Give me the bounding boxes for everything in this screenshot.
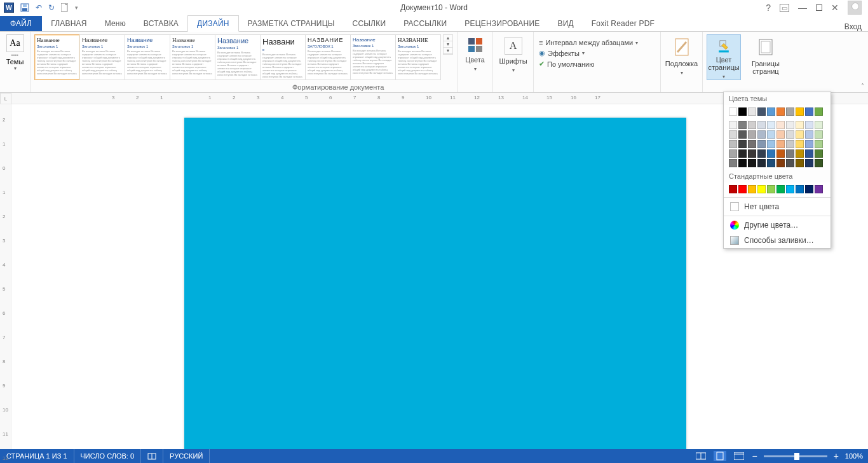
colors-button[interactable]: Цвета ▾ bbox=[461, 34, 489, 80]
color-swatch[interactable] bbox=[786, 121, 794, 129]
paragraph-spacing-button[interactable]: ≡Интервал между абзацами▾ bbox=[538, 38, 656, 47]
color-swatch[interactable] bbox=[796, 130, 804, 139]
tab-selector[interactable]: L bbox=[0, 93, 11, 104]
color-swatch[interactable] bbox=[729, 159, 737, 167]
color-swatch[interactable] bbox=[776, 121, 785, 129]
more-colors-button[interactable]: Другие цвета… bbox=[724, 218, 831, 233]
color-swatch[interactable] bbox=[805, 159, 813, 167]
zoom-out-button[interactable]: − bbox=[752, 451, 757, 461]
tab-design[interactable]: ДИЗАЙН bbox=[187, 15, 239, 32]
color-swatch[interactable] bbox=[815, 140, 823, 148]
maximize-icon[interactable] bbox=[816, 4, 822, 11]
help-icon[interactable]: ? bbox=[766, 3, 771, 13]
gallery-item[interactable]: НазваниеЗаголовок 1Во вкладке вставка Вс… bbox=[125, 34, 170, 80]
color-swatch[interactable] bbox=[786, 107, 794, 116]
color-swatch[interactable] bbox=[815, 121, 823, 129]
status-language[interactable]: РУССКИЙ bbox=[163, 449, 210, 463]
undo-icon[interactable]: ↶ bbox=[36, 3, 42, 12]
tab-references[interactable]: ССЫЛКИ bbox=[344, 16, 395, 31]
color-swatch[interactable] bbox=[729, 130, 737, 139]
color-swatch[interactable] bbox=[748, 149, 756, 158]
status-page[interactable]: СТРАНИЦА 1 ИЗ 1 bbox=[0, 449, 74, 463]
gallery-item[interactable]: НазваниеВо вкладке вставка Вставка содер… bbox=[260, 34, 306, 80]
color-swatch[interactable] bbox=[786, 159, 794, 167]
color-swatch[interactable] bbox=[805, 149, 813, 158]
collapse-ribbon-icon[interactable]: ˄ bbox=[861, 83, 864, 90]
tab-home[interactable]: ГЛАВНАЯ bbox=[42, 16, 95, 31]
color-swatch[interactable] bbox=[815, 185, 823, 193]
color-swatch[interactable] bbox=[757, 149, 766, 158]
fonts-button[interactable]: А Шрифты ▾ bbox=[497, 34, 529, 80]
color-swatch[interactable] bbox=[796, 107, 804, 116]
set-default-button[interactable]: ✔По умолчанию bbox=[538, 59, 656, 69]
color-swatch[interactable] bbox=[805, 130, 813, 139]
color-swatch[interactable] bbox=[776, 185, 785, 193]
effects-button[interactable]: ◉Эффекты▾ bbox=[538, 48, 656, 58]
gallery-item[interactable]: НазваниеЗаголовок 1Во вкладке вставка Вс… bbox=[215, 34, 261, 80]
qat-customize-icon[interactable]: ▾ bbox=[75, 4, 78, 11]
color-swatch[interactable] bbox=[748, 130, 756, 139]
tab-layout[interactable]: РАЗМЕТКА СТРАНИЦЫ bbox=[239, 16, 344, 31]
page-color-button[interactable]: Цвет страницы ▾ bbox=[707, 34, 741, 80]
save-icon[interactable] bbox=[20, 3, 29, 12]
color-swatch[interactable] bbox=[738, 185, 747, 193]
color-swatch[interactable] bbox=[786, 185, 794, 193]
color-swatch[interactable] bbox=[805, 140, 813, 148]
color-swatch[interactable] bbox=[738, 159, 747, 167]
color-swatch[interactable] bbox=[796, 140, 804, 148]
gallery-item[interactable]: НазваниеЗаголовок 1Во вкладке вставка Вс… bbox=[79, 34, 125, 80]
color-swatch[interactable] bbox=[748, 185, 756, 193]
color-swatch[interactable] bbox=[729, 107, 737, 116]
color-swatch[interactable] bbox=[796, 185, 804, 193]
color-swatch[interactable] bbox=[815, 149, 823, 158]
color-swatch[interactable] bbox=[767, 130, 775, 139]
color-swatch[interactable] bbox=[738, 130, 747, 139]
color-swatch[interactable] bbox=[805, 107, 813, 116]
color-swatch[interactable] bbox=[786, 140, 794, 148]
color-swatch[interactable] bbox=[786, 149, 794, 158]
color-swatch[interactable] bbox=[757, 159, 766, 167]
close-icon[interactable]: ✕ bbox=[831, 3, 839, 13]
zoom-in-button[interactable]: + bbox=[834, 451, 839, 461]
gallery-item[interactable]: НазваниеЗаголовок 1Во вкладке вставка Вс… bbox=[170, 34, 215, 80]
watermark-button[interactable]: Подложка ▾ bbox=[665, 34, 698, 80]
tab-foxit[interactable]: Foxit Reader PDF bbox=[583, 16, 663, 31]
color-swatch[interactable] bbox=[738, 107, 747, 116]
color-swatch[interactable] bbox=[738, 140, 747, 148]
color-swatch[interactable] bbox=[767, 185, 775, 193]
fill-effects-button[interactable]: Способы заливки… bbox=[724, 233, 831, 248]
color-swatch[interactable] bbox=[767, 107, 775, 116]
color-swatch[interactable] bbox=[815, 107, 823, 116]
color-swatch[interactable] bbox=[748, 121, 756, 129]
view-web-layout[interactable] bbox=[733, 451, 745, 461]
page-borders-button[interactable]: Границы страниц bbox=[749, 34, 783, 80]
zoom-level[interactable]: 100% bbox=[845, 452, 863, 460]
tab-menu[interactable]: Меню bbox=[96, 16, 135, 31]
color-swatch[interactable] bbox=[748, 107, 756, 116]
color-swatch[interactable] bbox=[776, 107, 785, 116]
color-swatch[interactable] bbox=[786, 130, 794, 139]
minimize-icon[interactable]: — bbox=[798, 3, 807, 13]
view-print-layout[interactable] bbox=[714, 451, 726, 461]
color-swatch[interactable] bbox=[805, 121, 813, 129]
page[interactable] bbox=[184, 118, 686, 449]
color-swatch[interactable] bbox=[776, 159, 785, 167]
tab-mailings[interactable]: РАССЫЛКИ bbox=[395, 16, 456, 31]
color-swatch[interactable] bbox=[748, 140, 756, 148]
color-swatch[interactable] bbox=[776, 130, 785, 139]
color-swatch[interactable] bbox=[805, 185, 813, 193]
gallery-item[interactable]: НазваниеЗаголовок 1Во вкладке вставка Вс… bbox=[350, 34, 396, 80]
color-swatch[interactable] bbox=[757, 140, 766, 148]
no-color-button[interactable]: Нет цвета bbox=[724, 199, 831, 214]
color-swatch[interactable] bbox=[738, 149, 747, 158]
color-swatch[interactable] bbox=[767, 149, 775, 158]
color-swatch[interactable] bbox=[757, 185, 766, 193]
gallery-item[interactable]: НазваниеЗаголовок 1Во вкладке вставка Вс… bbox=[34, 34, 80, 80]
color-swatch[interactable] bbox=[757, 121, 766, 129]
tab-review[interactable]: РЕЦЕНЗИРОВАНИЕ bbox=[456, 16, 548, 31]
color-swatch[interactable] bbox=[767, 159, 775, 167]
color-swatch[interactable] bbox=[815, 159, 823, 167]
zoom-slider[interactable] bbox=[764, 455, 827, 457]
color-swatch[interactable] bbox=[748, 159, 756, 167]
ribbon-display-icon[interactable]: ▭ bbox=[780, 4, 789, 12]
